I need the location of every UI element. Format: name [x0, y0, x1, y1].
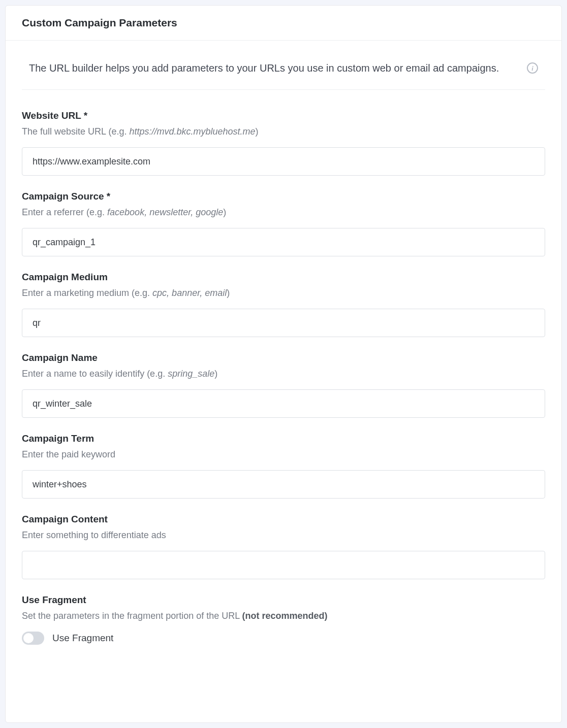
field-website-url: Website URL * The full website URL (e.g.…	[22, 110, 545, 176]
intro-text: The URL builder helps you add parameters…	[29, 61, 499, 75]
campaign-parameters-card: Custom Campaign Parameters The URL build…	[5, 5, 562, 723]
website-url-label: Website URL *	[22, 110, 545, 121]
hint-example: cpc, banner, email	[152, 288, 227, 298]
use-fragment-label: Use Fragment	[22, 594, 545, 606]
campaign-name-input[interactable]	[22, 389, 545, 418]
campaign-content-label: Campaign Content	[22, 514, 545, 525]
card-title: Custom Campaign Parameters	[22, 17, 545, 29]
campaign-content-input[interactable]	[22, 551, 545, 579]
campaign-name-hint: Enter a name to easily identify (e.g. sp…	[22, 369, 545, 379]
hint-prefix: Enter a referrer (e.g.	[22, 207, 107, 217]
hint-prefix: Enter a name to easily identify (e.g.	[22, 369, 168, 379]
hint-suffix: )	[256, 126, 259, 137]
field-campaign-term: Campaign Term Enter the paid keyword	[22, 433, 545, 499]
hint-suffix: )	[223, 207, 226, 217]
hint-prefix: Set the parameters in the fragment porti…	[22, 611, 242, 621]
intro-row: The URL builder helps you add parameters…	[22, 56, 545, 90]
campaign-term-input[interactable]	[22, 470, 545, 499]
toggle-knob	[23, 633, 34, 643]
website-url-input[interactable]	[22, 147, 545, 176]
info-icon[interactable]: i	[527, 62, 538, 74]
field-campaign-name: Campaign Name Enter a name to easily ide…	[22, 352, 545, 418]
campaign-medium-input[interactable]	[22, 309, 545, 337]
hint-bold: (not recommended)	[242, 611, 328, 621]
hint-example: spring_sale	[168, 369, 214, 379]
hint-suffix: )	[214, 369, 217, 379]
campaign-content-hint: Enter something to differentiate ads	[22, 530, 545, 541]
hint-prefix: Enter a marketing medium (e.g.	[22, 288, 152, 298]
hint-example: facebook, newsletter, google	[107, 207, 223, 217]
website-url-hint: The full website URL (e.g. https://mvd.b…	[22, 126, 545, 137]
campaign-source-input[interactable]	[22, 228, 545, 256]
fields-container: Website URL * The full website URL (e.g.…	[6, 90, 561, 660]
card-header: Custom Campaign Parameters	[6, 6, 561, 41]
campaign-medium-label: Campaign Medium	[22, 272, 545, 283]
campaign-term-label: Campaign Term	[22, 433, 545, 444]
hint-example: https://mvd.bkc.mybluehost.me	[129, 126, 255, 137]
use-fragment-hint: Set the parameters in the fragment porti…	[22, 611, 545, 621]
hint-prefix: The full website URL (e.g.	[22, 126, 129, 137]
field-campaign-content: Campaign Content Enter something to diff…	[22, 514, 545, 579]
campaign-source-label: Campaign Source *	[22, 191, 545, 202]
use-fragment-toggle-label: Use Fragment	[52, 633, 113, 644]
campaign-term-hint: Enter the paid keyword	[22, 449, 545, 460]
field-campaign-medium: Campaign Medium Enter a marketing medium…	[22, 272, 545, 337]
campaign-name-label: Campaign Name	[22, 352, 545, 363]
field-use-fragment: Use Fragment Set the parameters in the f…	[22, 594, 545, 645]
hint-suffix: )	[227, 288, 230, 298]
use-fragment-toggle-row: Use Fragment	[22, 632, 545, 645]
info-icon-glyph: i	[531, 65, 533, 72]
use-fragment-toggle[interactable]	[22, 632, 44, 645]
campaign-medium-hint: Enter a marketing medium (e.g. cpc, bann…	[22, 288, 545, 299]
campaign-source-hint: Enter a referrer (e.g. facebook, newslet…	[22, 207, 545, 218]
field-campaign-source: Campaign Source * Enter a referrer (e.g.…	[22, 191, 545, 256]
